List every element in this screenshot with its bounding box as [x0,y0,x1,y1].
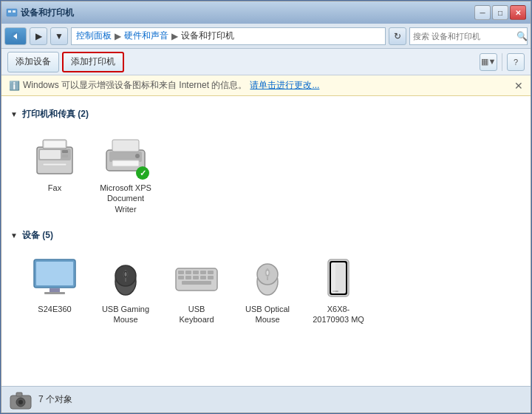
status-camera-icon [9,390,33,410]
search-icon: 🔍 [516,31,528,41]
list-item[interactable]: X6X8-20170903 MQ [309,251,368,328]
svg-rect-28 [178,271,184,274]
toolbar-separator [502,53,502,71]
add-printer-button[interactable]: 添加打印机 [62,52,124,72]
default-badge: ✓ [136,166,149,180]
svg-rect-7 [40,150,61,159]
fax-icon [31,132,78,180]
info-bar-link[interactable]: 请单击进行更改... [250,79,319,92]
svg-rect-34 [185,276,191,279]
search-bar: 🔍 [409,27,528,45]
list-item[interactable]: USB Optical Mouse [238,251,297,328]
svg-point-51 [18,400,23,404]
address-bar: ▶ ▼ 控制面板 ▶ 硬件和声音 ▶ 设备和打印机 ↻ 🔍 [1,24,531,49]
list-item[interactable]: ✓ Microsoft XPS Document Writer [96,129,155,217]
status-bar: 7 个对象 [1,386,531,413]
title-bar: 设备和打印机 ─ □ ✕ [1,1,531,24]
drive-label: X6X8-20170903 MQ [312,304,365,325]
svg-rect-12 [43,163,66,166]
title-text: 设备和打印机 [21,7,74,19]
gaming-mouse-label: USB Gaming Mouse [99,304,152,325]
monitor-label: S24E360 [38,304,71,314]
printer-icon: ✓ [102,132,149,180]
svg-point-43 [267,271,269,275]
svg-rect-35 [193,276,199,279]
fax-label: Fax [48,183,61,193]
printers-section-title: 打印机和传真 (2) [22,108,89,121]
add-device-label: 添加设备 [16,55,51,68]
keyboard-icon [173,254,220,301]
list-item[interactable]: USB Gaming Mouse [96,251,155,328]
svg-rect-32 [208,271,214,274]
main-window: 设备和打印机 ─ □ ✕ ▶ ▼ 控制面板 ▶ 硬件和声音 ▶ 设备和打印机 ↻… [1,1,531,413]
drive-icon [315,254,362,301]
printers-section-header: ▼ 打印机和传真 (2) [10,108,522,121]
content-area: ▼ 打印机和传真 (2) [1,96,531,386]
toolbar: 添加设备 添加打印机 ▦▼ ? [1,49,531,75]
svg-rect-10 [62,150,68,153]
svg-rect-52 [16,393,22,396]
info-bar-icon: ℹ️ [9,81,20,91]
svg-rect-33 [178,276,184,279]
minimize-button[interactable]: ─ [474,5,491,20]
help-button[interactable]: ? [507,53,525,71]
svg-rect-29 [185,271,191,274]
optical-mouse-label: USB Optical Mouse [241,304,294,325]
svg-rect-9 [44,141,65,147]
close-button[interactable]: ✕ [510,5,526,20]
add-device-button[interactable]: 添加设备 [7,52,59,72]
add-printer-label: 添加打印机 [71,55,115,68]
window-icon [6,7,18,18]
svg-rect-15 [112,140,139,152]
info-bar-text: Windows 可以显示增强设备图标和来自 Internet 的信息。 [23,79,247,92]
svg-rect-19 [36,262,73,285]
maximize-button[interactable]: □ [492,5,508,20]
svg-rect-31 [200,271,206,274]
svg-rect-11 [62,155,68,157]
list-item[interactable]: USB Keyboard [167,251,226,328]
info-bar-close[interactable]: ✕ [514,80,523,92]
breadcrumb-hardware[interactable]: 硬件和声音 [124,30,168,42]
svg-point-26 [125,272,127,276]
keyboard-label: USB Keyboard [170,304,223,325]
devices-grid: S24E360 USB Gaming Mouse [10,251,522,328]
view-options-button[interactable]: ▦▼ [480,53,497,71]
info-bar: ℹ️ Windows 可以显示增强设备图标和来自 Internet 的信息。 请… [1,75,531,96]
svg-rect-2 [13,10,16,13]
monitor-icon [31,254,78,301]
printers-grid: Fax ✓ [10,129,522,217]
gaming-mouse-icon [102,254,149,301]
breadcrumb-control-panel[interactable]: 控制面板 [76,30,112,42]
toolbar-right: ▦▼ ? [480,53,525,71]
svg-rect-48 [331,262,335,293]
devices-section-header: ▼ 设备 (5) [10,229,522,242]
breadcrumb: 控制面板 ▶ 硬件和声音 ▶ 设备和打印机 [71,27,386,45]
devices-expand-icon[interactable]: ▼ [10,231,18,240]
title-bar-left: 设备和打印机 [6,7,74,19]
svg-rect-38 [182,281,211,285]
svg-rect-30 [193,271,199,274]
breadcrumb-current: 设备和打印机 [181,30,234,42]
list-item[interactable]: S24E360 [25,251,84,328]
list-item[interactable]: Fax [25,129,84,217]
svg-rect-1 [8,10,11,13]
forward-button[interactable]: ▶ [30,27,47,45]
status-count: 7 个对象 [38,393,72,406]
printers-expand-icon[interactable]: ▼ [10,110,18,118]
svg-rect-36 [200,276,206,279]
svg-point-17 [135,154,140,158]
svg-rect-21 [44,292,65,294]
refresh-button[interactable]: ↻ [389,27,406,45]
recent-button[interactable]: ▼ [50,27,68,45]
svg-rect-37 [208,276,214,279]
xps-label: Microsoft XPS Document Writer [99,183,152,214]
title-controls: ─ □ ✕ [474,5,526,20]
search-input[interactable] [413,32,515,41]
svg-rect-16 [112,160,139,166]
optical-mouse-icon [244,254,291,301]
devices-section-title: 设备 (5) [22,229,53,242]
back-button[interactable] [4,27,27,45]
